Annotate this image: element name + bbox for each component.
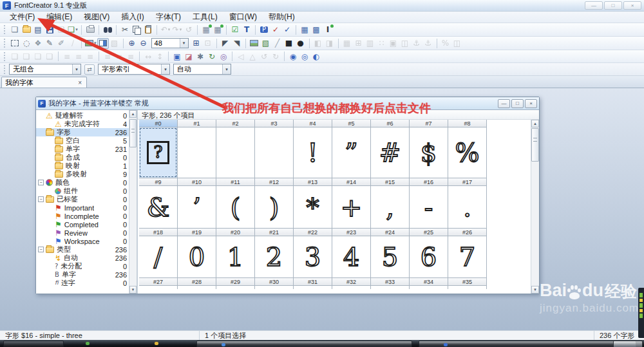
tree-scrollbar[interactable]: ▲ ▼ (129, 110, 137, 294)
glyph-cell-14[interactable]: + (332, 185, 371, 229)
dropdown-caret-icon[interactable]: ▾ (180, 27, 182, 32)
freehand-pen-button[interactable]: ╱ (272, 38, 283, 49)
insert-glyphs-button[interactable]: ▦ (200, 24, 212, 35)
align-right-button[interactable]: ≡ (84, 51, 96, 62)
show-grid-button[interactable]: ▦ (341, 38, 353, 49)
font-test-button[interactable]: T (241, 24, 252, 35)
glyph-cell-17[interactable]: . (448, 185, 487, 229)
zoom-level-combo[interactable]: 48▾ (151, 38, 189, 48)
correct-direction-button[interactable]: ↻ (206, 51, 218, 62)
kerning-mode-button[interactable]: % (440, 38, 451, 49)
tree-item-incomplete[interactable]: ⚑Incomplete0 (36, 212, 129, 220)
copy-button[interactable] (131, 24, 142, 35)
tree-item-empty[interactable]: 空白5 (36, 136, 129, 145)
tree-item-tagged[interactable]: −已标签0 (36, 195, 129, 203)
export-font-button[interactable]: ❏▾ (67, 24, 79, 35)
glyph-overview-button[interactable]: ▦ (299, 24, 310, 35)
dropdown-caret-icon[interactable]: ▾ (180, 39, 188, 48)
validate-font-button[interactable]: ✓ (281, 24, 293, 35)
add-anchor-button[interactable]: ⚓ (422, 38, 434, 49)
tree-item-review[interactable]: ⚑Review0 (36, 229, 129, 237)
taskbar-icon[interactable] (86, 342, 90, 345)
open-font-button[interactable] (21, 24, 32, 35)
next-sample-button[interactable]: ◨ (324, 38, 336, 49)
align-top-button[interactable]: ≡ (102, 51, 113, 62)
prev-sample-button[interactable]: ◧ (312, 38, 324, 49)
round-points-button[interactable]: ◎ (218, 51, 229, 62)
glyph-cell-24[interactable]: 5 (370, 236, 410, 278)
scroll-down-icon[interactable]: ▼ (129, 286, 137, 294)
glyph-cell-3[interactable] (254, 127, 294, 178)
eraser-button[interactable]: ◪ (183, 51, 194, 62)
save-font-button[interactable] (44, 24, 55, 35)
glyph-cell-9[interactable]: & (139, 185, 178, 229)
compound-combo[interactable]: 无组合▾ (9, 64, 81, 75)
select-tool-button[interactable] (9, 38, 21, 49)
cut-button[interactable]: ✂ (119, 24, 131, 35)
glyph-cell-0[interactable]: ? (139, 127, 178, 178)
menu-view[interactable]: 视图(V) (78, 11, 115, 23)
scroll-down-icon[interactable]: ▼ (531, 286, 539, 294)
align-center-button[interactable]: ≡ (73, 51, 84, 62)
zoom-rect-button[interactable]: ⊡ (202, 38, 214, 49)
flip-vertical-button[interactable]: △ (247, 51, 258, 62)
rotate-cw-button[interactable]: ↻ (270, 51, 281, 62)
glyph-cell-22[interactable]: 3 (293, 236, 332, 278)
tree-expander-icon[interactable]: − (38, 247, 44, 252)
properties-button[interactable]: P (258, 24, 270, 35)
glyph-cell-12[interactable]: ) (254, 185, 294, 229)
glyph-cell-33[interactable] (370, 285, 410, 289)
tree-scrollbar-thumb[interactable] (129, 119, 137, 147)
insert-text-button[interactable]: I (322, 24, 334, 35)
tree-item-type[interactable]: −类型236 (36, 245, 129, 254)
menu-insert[interactable]: 插入(I) (115, 11, 149, 23)
tab-my-font[interactable]: 我的字体 × (1, 77, 87, 88)
taskbar-icon[interactable] (155, 342, 158, 345)
exclude-contours-button[interactable]: ◐ (310, 51, 322, 62)
zoom-in-button[interactable]: ⊕ (126, 38, 138, 49)
show-guides-button[interactable]: ▥ (365, 38, 376, 49)
menu-tools[interactable]: 工具(L) (187, 11, 223, 23)
insert-rectangle-button[interactable]: ■ (283, 38, 295, 49)
glyph-cell-7[interactable]: $ (409, 127, 448, 178)
glyph-cell-2[interactable] (216, 127, 255, 178)
dropdown-caret-icon[interactable]: ▾ (161, 64, 169, 74)
toolbar-handle[interactable] (4, 52, 6, 61)
glyph-cell-30[interactable] (254, 285, 294, 289)
tree-item-multi-mapped[interactable]: 多映射9 (36, 170, 129, 178)
menu-window[interactable]: 窗口(W) (223, 11, 263, 23)
glyph-cell-6[interactable]: # (370, 127, 410, 178)
taskbar-clock[interactable] (613, 341, 643, 347)
glyph-cell-18[interactable]: / (139, 236, 178, 278)
pan-tool-button[interactable]: ❖ (32, 38, 44, 49)
insert-characters-button[interactable]: ▦ (212, 24, 223, 35)
glyph-cell-34[interactable] (409, 285, 448, 289)
fill-outline-toggle-button[interactable] (97, 38, 109, 49)
send-to-back-button[interactable]: ❏ (21, 51, 32, 62)
tree-item-unassigned[interactable]: ?未分配0 (36, 262, 129, 270)
rotate-ccw-button[interactable]: ↺ (258, 51, 270, 62)
zoom-out-button[interactable]: ⊖ (138, 38, 149, 49)
align-middle-button[interactable]: ≡ (113, 51, 125, 62)
print-button[interactable] (84, 24, 96, 35)
font-validation-button[interactable]: ☑ (229, 24, 241, 35)
tree-item-ligature[interactable]: fi连字0 (36, 279, 129, 287)
union-contours-button[interactable]: ◉ (287, 51, 299, 62)
scroll-up-icon[interactable]: ▲ (531, 120, 539, 127)
glyph-cell-11[interactable]: ( (216, 185, 255, 229)
glyph-scrollbar-thumb[interactable] (531, 128, 539, 162)
lasso-tool-button[interactable]: ◌ (21, 38, 32, 49)
taskbar-app-3[interactable] (419, 341, 636, 347)
point-select-button[interactable]: ◥ (231, 38, 243, 49)
glyph-cell-10[interactable]: ’ (177, 185, 216, 229)
tree-item-important[interactable]: ⚑Important0 (36, 203, 129, 212)
knife-tool-button[interactable]: ∕ (67, 38, 79, 49)
snap-to-guides-button[interactable]: ◫ (399, 38, 411, 49)
glyph-cell-4[interactable]: ! (293, 127, 332, 178)
scroll-up-icon[interactable]: ▲ (129, 110, 137, 118)
show-points-button[interactable]: ∷ (376, 38, 388, 49)
doc-minimize-button[interactable]: — (498, 99, 510, 108)
dropdown-caret-icon[interactable]: ▾ (168, 27, 171, 32)
web-preview-button[interactable]: ▩ (310, 24, 322, 35)
anchor-points-button[interactable]: ⚓ (411, 38, 422, 49)
